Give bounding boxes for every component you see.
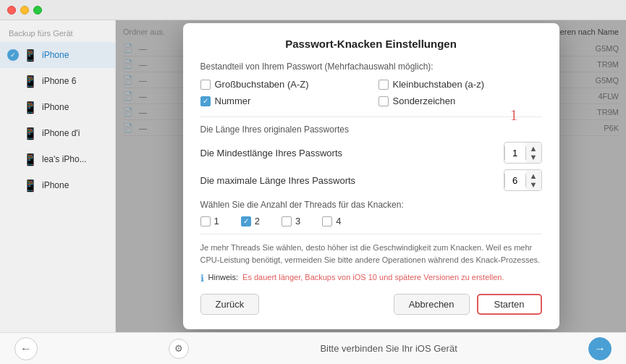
thread-2-box[interactable]: ✓ [241, 216, 251, 227]
sidebar-item-label: iPhone [42, 50, 69, 60]
checkbox-gross[interactable]: Großbuchstaben (A-Z) [200, 79, 364, 90]
thread-2[interactable]: ✓ 2 [241, 216, 260, 227]
sidebar-item-lea-iphone[interactable]: 📱 lea's iPho... [0, 146, 115, 172]
device-icon: 📱 [23, 72, 38, 90]
sidebar-item-iphone-3[interactable]: 📱 iPhone [0, 172, 115, 198]
max-length-value: 6 [504, 174, 526, 187]
sidebar-item-label: iPhone 6 [42, 76, 76, 86]
checkbox-nummer[interactable]: ✓ Nummer [200, 96, 364, 106]
sidebar-item-iphone-active[interactable]: ✓ 📱 iPhone [0, 42, 115, 68]
min-length-row: Die Mindestlänge Ihres Passworts 1 ▲ ▼ [200, 142, 542, 164]
sidebar-item-iphone-2[interactable]: 📱 iPhone [0, 94, 115, 120]
checkbox-klein[interactable]: Kleinbuchstaben (a-z) [378, 79, 542, 90]
back-button[interactable]: Zurück [200, 294, 260, 315]
info-text: Je mehr Threads Sie wählen, desto höher … [200, 234, 542, 266]
checkbox-gross-box[interactable] [200, 80, 211, 90]
hint-row: ℹ Hinweis: Es dauert länger, Backups von… [200, 273, 542, 284]
modal-title: Passwort-Knacken Einstellungen [200, 38, 542, 50]
sidebar-item-label: iPhone [42, 180, 69, 190]
modal-overlay: Passwort-Knacken Einstellungen Bestandte… [116, 20, 626, 332]
title-bar [0, 0, 626, 20]
active-check-icon: ✓ [7, 49, 19, 61]
minimize-button[interactable] [20, 6, 29, 14]
threads-row: 1 ✓ 2 3 4 [200, 216, 542, 227]
sidebar-item-iphone-6[interactable]: 📱 iPhone 6 [0, 68, 115, 94]
content-area: Ordner aus. Sortieren nach Name 📄 — G5MQ… [116, 20, 626, 332]
max-length-stepper[interactable]: 6 ▲ ▼ [504, 169, 542, 191]
device-icon: 📱 [23, 124, 38, 142]
thread-3-box[interactable] [282, 216, 292, 227]
max-length-row: Die maximale Länge Ihres Passworts 6 ▲ ▼ [200, 169, 542, 191]
thread-1-box[interactable] [200, 216, 211, 227]
sidebar-item-iphone-di[interactable]: 📱 iPhone d'i [0, 120, 115, 146]
device-icon: 📱 [23, 98, 38, 116]
back-nav-button[interactable]: ← [14, 337, 38, 360]
bottom-bar: ← ⚙ Bitte verbinden Sie Ihr iOS Gerät → [0, 332, 626, 364]
device-icon: 📱 [23, 151, 38, 168]
thread-1-label: 1 [214, 216, 219, 227]
bottom-text: Bitte verbinden Sie Ihr iOS Gerät [320, 343, 457, 354]
threads-label: Wählen Sie die Anzahl der Threads für da… [200, 200, 542, 210]
thread-4-box[interactable] [322, 216, 332, 227]
checkbox-sonder-label: Sonderzeichen [393, 96, 456, 106]
checkbox-sonder-box[interactable] [378, 96, 389, 106]
sidebar-item-label: iPhone [42, 102, 69, 112]
thread-4[interactable]: 4 [322, 216, 341, 227]
sidebar-item-label: lea's iPho... [42, 154, 87, 164]
cancel-button[interactable]: Abbrechen [394, 294, 470, 315]
password-parts-label: Bestandteil von Ihrem Passwort (Mehrfach… [200, 62, 542, 72]
info-icon: ℹ [200, 273, 204, 284]
device-icon: 📱 [23, 46, 38, 64]
traffic-lights [7, 6, 42, 14]
modal-dialog: Passwort-Knacken Einstellungen Bestandte… [183, 23, 559, 329]
min-length-value: 1 [504, 146, 526, 160]
max-length-label: Die maximale Länge Ihres Passworts [200, 175, 496, 186]
length-section-label: Die Länge Ihres originalen Passwortes [200, 124, 542, 135]
checkbox-klein-label: Kleinbuchstaben (a-z) [393, 79, 484, 90]
min-length-stepper-btn[interactable]: ▲ ▼ [526, 143, 541, 163]
maximize-button[interactable] [33, 6, 42, 14]
modal-footer: Zurück Abbrechen Starten [200, 294, 542, 315]
settings-button[interactable]: ⚙ [169, 339, 189, 359]
thread-3-label: 3 [295, 216, 300, 227]
min-length-stepper[interactable]: 1 ▲ ▼ [504, 142, 542, 164]
thread-4-label: 4 [336, 216, 341, 227]
thread-1[interactable]: 1 [200, 216, 219, 227]
thread-2-label: 2 [255, 216, 260, 227]
start-button[interactable]: Starten [477, 294, 542, 315]
sidebar-item-label: iPhone d'i [42, 128, 80, 138]
thread-3[interactable]: 3 [282, 216, 300, 227]
checkbox-nummer-label: Nummer [215, 96, 251, 106]
min-length-label: Die Mindestlänge Ihres Passworts [200, 148, 496, 158]
hint-label: Hinweis: [208, 273, 239, 282]
divider-1 [200, 117, 542, 117]
checkbox-sonder[interactable]: Sonderzeichen [378, 96, 542, 106]
checkbox-nummer-box[interactable]: ✓ [200, 96, 211, 106]
main-content: Backup fürs Gerät ✓ 📱 iPhone 📱 iPhone 6 … [0, 20, 626, 332]
next-nav-button[interactable]: → [588, 337, 612, 360]
sidebar-section-title: Backup fürs Gerät [0, 26, 115, 41]
hint-text: Es dauert länger, Backups von iOS 10 und… [242, 273, 504, 282]
sidebar: Backup fürs Gerät ✓ 📱 iPhone 📱 iPhone 6 … [0, 20, 116, 332]
checkbox-gross-label: Großbuchstaben (A-Z) [215, 79, 309, 90]
checkbox-klein-box[interactable] [378, 80, 389, 90]
checkbox-grid: Großbuchstaben (A-Z) Kleinbuchstaben (a-… [200, 79, 542, 106]
max-length-stepper-btn[interactable]: ▲ ▼ [526, 170, 541, 190]
close-button[interactable] [7, 6, 16, 14]
device-icon: 📱 [23, 177, 38, 194]
